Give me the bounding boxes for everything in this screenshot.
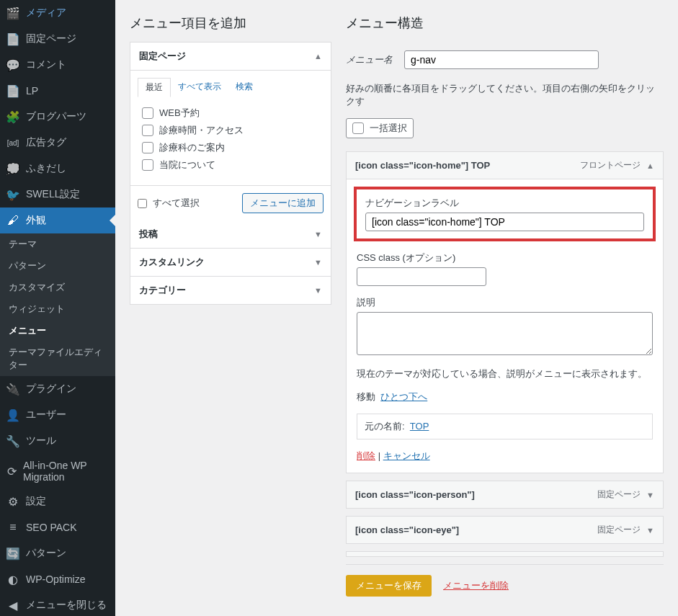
bulk-select-wrap[interactable]: 一括選択 <box>346 118 414 138</box>
move-row: 移動 ひとつ下へ <box>357 390 653 403</box>
sidebar-label: SWELL設定 <box>26 188 80 201</box>
menu-item-header[interactable]: [icon class="icon-home"] TOP フロントページ ▲ <box>347 152 663 179</box>
select-all-checkbox[interactable] <box>138 199 147 208</box>
page-checkbox[interactable] <box>142 125 153 136</box>
optimize-icon: ◐ <box>6 572 20 586</box>
acc-custom-link[interactable]: カスタムリンク ▼ <box>130 249 331 277</box>
acc-fixed-pages[interactable]: 固定ページ ▲ <box>130 43 331 71</box>
sidebar-item-lp[interactable]: 📄LP <box>0 78 115 104</box>
sidebar-label: LP <box>26 85 38 97</box>
bulk-select-row: 一括選択 <box>346 118 664 138</box>
acc-footer: すべて選択 メニューに追加 <box>130 186 331 220</box>
bulk-select-checkbox[interactable] <box>352 122 364 134</box>
sidebar-label: メディア <box>26 6 66 19</box>
sidebar-item-collapse[interactable]: ◀メニューを閉じる <box>0 592 115 616</box>
check-row[interactable]: 当院について <box>142 156 324 174</box>
sidebar-item-comments[interactable]: 💬コメント <box>0 52 115 78</box>
item-actions: 削除 | キャンセル <box>357 450 653 463</box>
check-row[interactable]: 診療時間・アクセス <box>142 122 324 139</box>
menu-item-title: [icon class="icon-home"] TOP <box>355 160 490 171</box>
sidebar-item-seopack[interactable]: ≡SEO PACK <box>0 514 115 540</box>
sync-icon: 🔄 <box>6 546 20 561</box>
nav-label-input[interactable] <box>365 213 644 231</box>
menu-item-body: ナビゲーションラベル CSS class (オプション) 説明 現在のテーマが対… <box>347 179 663 473</box>
list-icon: ≡ <box>6 520 20 535</box>
description-group: 説明 <box>357 296 653 357</box>
save-menu-button[interactable]: メニューを保存 <box>346 575 432 597</box>
menu-item-title: [icon class="icon-person"] <box>355 489 475 500</box>
sidebar-item-users[interactable]: 👤ユーザー <box>0 402 115 428</box>
sidebar-item-swell[interactable]: 🐦SWELL設定 <box>0 182 115 207</box>
description-textarea[interactable] <box>357 312 653 355</box>
menu-item-eye: [icon class="icon-eye"] 固定ページ ▼ <box>346 516 664 544</box>
migration-icon: ⟳ <box>6 464 17 478</box>
sidebar-item-pattern2[interactable]: 🔄パターン <box>0 540 115 566</box>
tab-search[interactable]: 検索 <box>228 78 260 97</box>
sidebar-label: ふきだし <box>26 162 66 175</box>
delete-menu-link[interactable]: メニューを削除 <box>443 579 509 592</box>
move-down-link[interactable]: ひとつ下へ <box>380 391 427 402</box>
chevron-down-icon: ▼ <box>646 491 654 499</box>
tab-all[interactable]: すべて表示 <box>171 78 228 97</box>
check-row[interactable]: WEB予約 <box>142 104 324 122</box>
submenu-customize[interactable]: カスタマイズ <box>0 277 115 298</box>
select-all-row[interactable]: すべて選択 <box>138 197 200 210</box>
sidebar-item-pages[interactable]: 📄固定ページ <box>0 26 115 52</box>
menu-item-header[interactable]: [icon class="icon-person"] 固定ページ ▼ <box>347 481 663 508</box>
menu-item-type: 固定ページ ▼ <box>597 524 654 536</box>
brush-icon: 🖌 <box>6 213 20 228</box>
css-class-input[interactable] <box>357 267 486 286</box>
origin-link[interactable]: TOP <box>410 421 429 432</box>
submenu-widgets[interactable]: ウィジェット <box>0 298 115 320</box>
menu-item-header[interactable]: [icon class="icon-eye"] 固定ページ ▼ <box>347 517 663 543</box>
menu-item-type: フロントページ ▲ <box>580 159 654 171</box>
acc-category[interactable]: カテゴリー ▼ <box>130 277 331 304</box>
page-checkbox[interactable] <box>142 142 153 153</box>
add-to-menu-button[interactable]: メニューに追加 <box>242 193 324 213</box>
sidebar-label: ツール <box>26 434 56 447</box>
appearance-submenu: テーマ パターン カスタマイズ ウィジェット メニュー テーマファイルエディター <box>0 233 115 376</box>
chevron-down-icon: ▼ <box>314 230 322 238</box>
cancel-item-link[interactable]: キャンセル <box>383 450 430 461</box>
submenu-menus[interactable]: メニュー <box>0 320 115 342</box>
sidebar-label: WP-Optimize <box>26 573 85 585</box>
page-checkbox[interactable] <box>142 107 153 119</box>
structure-title: メニュー構造 <box>346 14 664 32</box>
sidebar-item-migration[interactable]: ⟳All-in-One WP Migration <box>0 454 115 488</box>
sidebar-item-wpoptimize[interactable]: ◐WP-Optimize <box>0 566 115 592</box>
submenu-themes[interactable]: テーマ <box>0 233 115 255</box>
check-label: 当院について <box>159 159 215 171</box>
sidebar-item-media[interactable]: 🎬メディア <box>0 0 115 26</box>
sidebar-item-settings[interactable]: ⚙設定 <box>0 488 115 514</box>
origin-box: 元の名前: TOP <box>357 414 653 439</box>
user-icon: 👤 <box>6 408 20 422</box>
sidebar-item-ads[interactable]: [ad]広告タグ <box>0 130 115 156</box>
submenu-theme-editor[interactable]: テーマファイルエディター <box>0 342 115 376</box>
page-check-list: WEB予約 診療時間・アクセス 診療科のご案内 当院について <box>142 104 324 174</box>
acc-posts[interactable]: 投稿 ▼ <box>130 220 331 249</box>
check-row[interactable]: 診療科のご案内 <box>142 139 324 156</box>
sidebar-item-tools[interactable]: 🔧ツール <box>0 428 115 454</box>
sidebar-item-plugins[interactable]: 🔌プラグイン <box>0 376 115 402</box>
sidebar-item-appearance[interactable]: 🖌外観 <box>0 207 115 233</box>
sidebar-label: プラグイン <box>26 383 76 396</box>
chevron-down-icon: ▼ <box>314 286 322 295</box>
sidebar-label: ブログパーツ <box>26 110 86 123</box>
sidebar-item-blogparts[interactable]: 🧩ブログパーツ <box>0 104 115 130</box>
tab-recent[interactable]: 最近 <box>138 78 171 97</box>
menu-name-input[interactable] <box>404 50 599 69</box>
delete-item-link[interactable]: 削除 <box>357 450 375 461</box>
add-menu-items-column: メニュー項目を追加 固定ページ ▲ 最近 すべて表示 検索 WEB予約 診療時間… <box>130 0 331 602</box>
menu-structure-column: メニュー構造 メニュー名 好みの順番に各項目をドラッグしてください。項目の右側の… <box>346 0 664 602</box>
menu-item-title: [icon class="icon-eye"] <box>355 525 459 535</box>
page-tabs: 最近 すべて表示 検索 <box>138 78 324 97</box>
sidebar-item-fukidashi[interactable]: 💭ふきだし <box>0 156 115 182</box>
page-checkbox[interactable] <box>142 159 153 171</box>
sidebar-label: 設定 <box>26 495 46 508</box>
menu-name-row: メニュー名 <box>346 42 664 75</box>
chevron-down-icon: ▼ <box>646 526 654 535</box>
sidebar-label: 外観 <box>26 214 46 227</box>
collapse-icon: ◀ <box>6 598 20 612</box>
bulk-select-label: 一括選択 <box>370 122 407 135</box>
submenu-patterns[interactable]: パターン <box>0 255 115 277</box>
